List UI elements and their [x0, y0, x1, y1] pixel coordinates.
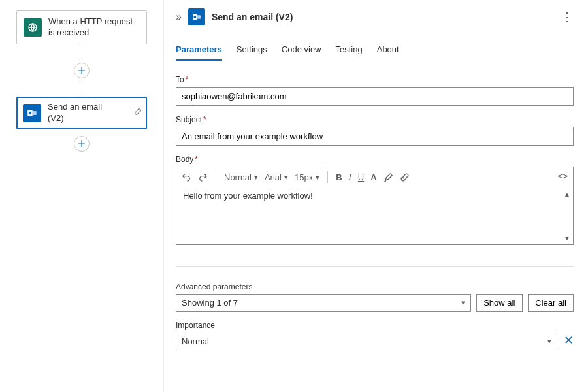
chevron-down-icon: ▾: [254, 173, 258, 182]
svg-point-3: [29, 111, 32, 114]
tab-testing[interactable]: Testing: [336, 41, 363, 61]
field-to: To*: [176, 75, 574, 106]
collapse-icon[interactable]: »: [176, 12, 182, 22]
divider: [176, 266, 574, 267]
chevron-down-icon: ▾: [547, 337, 551, 346]
subject-label: Subject: [176, 115, 202, 124]
required-indicator: *: [195, 155, 198, 164]
action-config-panel: » Send an email (V2) ⋮ Parameters Settin…: [163, 0, 588, 392]
chevron-down-icon: ▾: [316, 173, 319, 182]
body-textarea[interactable]: Hello from your example workflow!: [176, 187, 573, 244]
font-size-select[interactable]: 15px ▾: [295, 172, 319, 182]
importance-select[interactable]: Normal ▾: [176, 333, 557, 350]
advanced-parameters-value: Showing 1 of 7: [182, 298, 238, 308]
outlook-icon: [188, 8, 205, 25]
connector-line: [82, 44, 82, 60]
show-all-button[interactable]: Show all: [476, 294, 523, 312]
field-subject: Subject*: [176, 115, 574, 146]
required-indicator: *: [186, 75, 189, 84]
chevron-down-icon: ▾: [461, 299, 465, 307]
insert-link-button[interactable]: [400, 172, 410, 182]
remove-parameter-button[interactable]: ✕: [564, 333, 574, 350]
importance-row: Importance Normal ▾ ✕: [176, 321, 574, 350]
tab-settings[interactable]: Settings: [237, 41, 267, 61]
to-input[interactable]: [176, 87, 574, 106]
tab-about[interactable]: About: [377, 41, 399, 61]
importance-label: Importance: [176, 321, 557, 330]
importance-value: Normal: [182, 336, 209, 346]
to-label: To: [176, 75, 184, 84]
advanced-parameters-label: Advanced parameters: [176, 282, 471, 291]
http-icon: [24, 18, 42, 37]
highlight-button[interactable]: [384, 172, 393, 182]
clear-all-button[interactable]: Clear all: [528, 294, 574, 312]
link-icon: [134, 108, 142, 119]
panel-title: Send an email (V2): [212, 12, 293, 22]
node-send-email[interactable]: Send an email (V2): [16, 97, 147, 129]
panel-header: » Send an email (V2) ⋮: [176, 8, 576, 26]
scroll-down-icon[interactable]: ▼: [564, 235, 570, 242]
body-label: Body: [176, 155, 193, 164]
subject-input[interactable]: [176, 127, 574, 146]
chevron-down-icon: ▾: [284, 173, 288, 182]
undo-button[interactable]: [182, 172, 191, 182]
advanced-parameters-select[interactable]: Showing 1 of 7 ▾: [176, 294, 471, 312]
designer-canvas: When a HTTP request is received Send an …: [0, 0, 163, 392]
node-http-label: When a HTTP request is received: [48, 16, 140, 39]
required-indicator: *: [203, 115, 206, 124]
advanced-parameters-row: Advanced parameters Showing 1 of 7 ▾ Sho…: [176, 282, 574, 312]
font-family-select[interactable]: Arial ▾: [265, 172, 288, 182]
parameters-form: To* Subject* Body* Normal ▾ Arial ▾ 15px…: [176, 75, 576, 363]
panel-tabs: Parameters Settings Code view Testing Ab…: [176, 41, 576, 62]
add-step-button-1[interactable]: [74, 63, 90, 78]
text-style-select[interactable]: Normal ▾: [224, 172, 258, 182]
svg-rect-5: [197, 15, 201, 18]
scroll-up-icon[interactable]: ▲: [564, 191, 570, 198]
tab-parameters[interactable]: Parameters: [176, 41, 222, 61]
add-step-button-2[interactable]: [74, 136, 90, 152]
rte-toolbar: Normal ▾ Arial ▾ 15px ▾ B I U A: [176, 167, 573, 187]
italic-button[interactable]: I: [349, 172, 351, 182]
tab-code-view[interactable]: Code view: [282, 41, 321, 61]
svg-point-6: [193, 16, 196, 18]
toggle-code-view-button[interactable]: <>: [558, 171, 568, 181]
redo-button[interactable]: [198, 172, 208, 182]
field-body: Body* Normal ▾ Arial ▾ 15px ▾ B I U A: [176, 155, 574, 245]
font-color-button[interactable]: A: [370, 172, 376, 182]
connector-line: [82, 81, 82, 97]
more-menu-button[interactable]: ⋮: [558, 8, 576, 26]
node-email-label: Send an email (V2): [48, 102, 118, 124]
bold-button[interactable]: B: [336, 172, 342, 182]
svg-rect-2: [33, 111, 37, 115]
node-http-trigger[interactable]: When a HTTP request is received: [16, 10, 147, 44]
underline-button[interactable]: U: [358, 172, 364, 182]
outlook-icon: [23, 104, 41, 122]
body-editor: Normal ▾ Arial ▾ 15px ▾ B I U A <> Hello…: [176, 167, 574, 245]
